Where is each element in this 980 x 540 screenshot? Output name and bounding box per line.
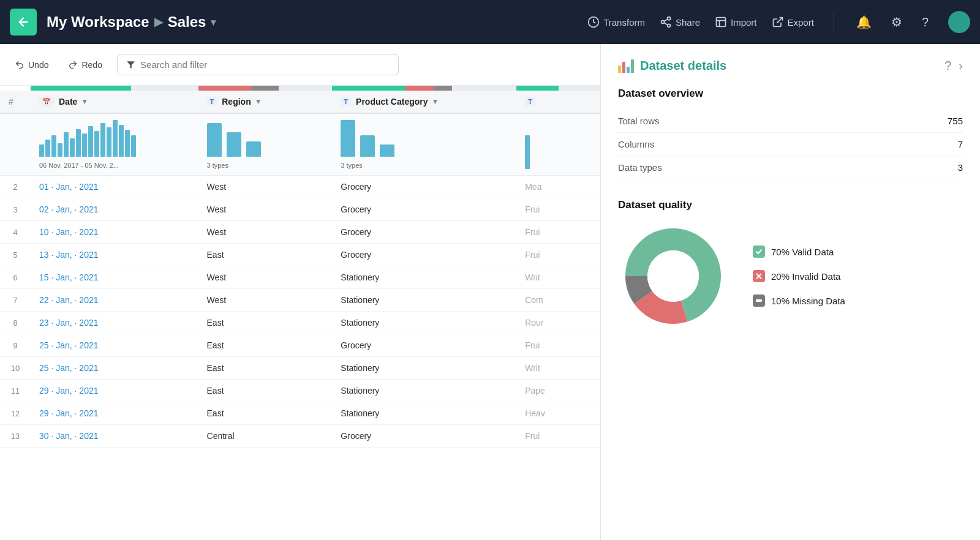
- undo-button[interactable]: Undo: [10, 56, 53, 73]
- region-sort-icon[interactable]: ▼: [255, 97, 262, 106]
- row-num: 13: [0, 425, 31, 448]
- row-num: 4: [0, 221, 31, 244]
- table-row[interactable]: 4 10 · Jan, · 2021 West Grocery Frui: [0, 221, 600, 244]
- row-extra: Com: [516, 289, 600, 312]
- row-region: West: [198, 221, 333, 244]
- col-date-header[interactable]: 📅 Date ▼: [31, 91, 198, 113]
- details-expand-icon[interactable]: ›: [959, 59, 963, 73]
- details-help-icon[interactable]: ?: [944, 59, 951, 73]
- table-row[interactable]: 10 25 · Jan, · 2021 East Stationery Writ: [0, 357, 600, 380]
- row-date: 22 · Jan, · 2021: [31, 289, 198, 312]
- row-date: 25 · Jan, · 2021: [31, 334, 198, 357]
- svg-point-1: [667, 17, 670, 20]
- row-category: Stationery: [332, 312, 516, 334]
- overview-row: Data types3: [618, 156, 963, 179]
- table-row[interactable]: 8 23 · Jan, · 2021 East Stationery Rour: [0, 312, 600, 334]
- share-button[interactable]: Share: [660, 16, 700, 28]
- col-region-header[interactable]: T Region ▼: [198, 91, 333, 113]
- svg-rect-15: [756, 299, 762, 302]
- row-date: 29 · Jan, · 2021: [31, 402, 198, 425]
- table-row[interactable]: 13 30 · Jan, · 2021 Central Grocery Frui: [0, 425, 600, 448]
- row-category: Stationery: [332, 266, 516, 289]
- svg-point-12: [647, 250, 699, 302]
- bar-region: [198, 86, 333, 91]
- page-name[interactable]: Sales: [168, 13, 206, 31]
- quality-legend: 70% Valid Data 20% Invalid Data 10% Miss…: [753, 246, 845, 307]
- table-row[interactable]: 11 29 · Jan, · 2021 East Stationery Pape: [0, 380, 600, 402]
- table-row[interactable]: 6 15 · Jan, · 2021 West Stationery Writ: [0, 266, 600, 289]
- stat-value: 7: [873, 133, 963, 156]
- search-input[interactable]: [140, 59, 390, 70]
- page-dropdown-icon[interactable]: ▾: [211, 17, 216, 28]
- legend-missing: 10% Missing Data: [753, 294, 845, 307]
- invalid-swatch: [753, 270, 765, 282]
- avatar[interactable]: [948, 11, 970, 33]
- chart-category-cell: 3 types: [332, 113, 516, 176]
- redo-button[interactable]: Redo: [63, 56, 107, 73]
- extra-mini-chart: [525, 132, 530, 169]
- notifications-icon[interactable]: 🔔: [854, 12, 874, 32]
- transform-button[interactable]: Transform: [587, 16, 645, 28]
- valid-label: 70% Valid Data: [771, 247, 834, 257]
- row-extra: Frui: [516, 221, 600, 244]
- row-region: East: [198, 312, 333, 334]
- row-category: Grocery: [332, 221, 516, 244]
- table-row[interactable]: 12 29 · Jan, · 2021 East Stationery Heav: [0, 402, 600, 425]
- chart-num-cell: [0, 113, 31, 176]
- region-mini-chart: [207, 120, 261, 157]
- date-type-badge: 📅: [39, 97, 54, 107]
- row-category: Grocery: [332, 198, 516, 221]
- row-date: 10 · Jan, · 2021: [31, 221, 198, 244]
- date-chart-label: 06 Nov, 2017 - 05 Nov, 2...: [39, 162, 119, 169]
- svg-line-7: [777, 18, 782, 23]
- row-extra: Writ: [516, 357, 600, 380]
- export-button[interactable]: Export: [772, 16, 814, 28]
- details-title: Dataset details: [640, 59, 726, 73]
- row-extra: Mea: [516, 176, 600, 198]
- row-region: East: [198, 334, 333, 357]
- row-extra: Pape: [516, 380, 600, 402]
- missing-swatch: [753, 294, 765, 307]
- table-row[interactable]: 9 25 · Jan, · 2021 East Grocery Frui: [0, 334, 600, 357]
- bar-num: [0, 86, 31, 91]
- row-num: 11: [0, 380, 31, 402]
- details-chart-icon: [618, 59, 634, 73]
- table-row[interactable]: 2 01 · Jan, · 2021 West Grocery Mea: [0, 176, 600, 198]
- date-sort-icon[interactable]: ▼: [81, 97, 88, 106]
- toolbar: Undo Redo: [0, 44, 600, 86]
- region-type-badge: T: [207, 97, 217, 106]
- row-region: East: [198, 357, 333, 380]
- filter-icon: [126, 60, 135, 70]
- data-table: # 📅 Date ▼ T Region: [0, 86, 600, 448]
- table-body: 2 01 · Jan, · 2021 West Grocery Mea 3 02…: [0, 176, 600, 448]
- row-extra: Frui: [516, 244, 600, 266]
- back-button[interactable]: [10, 9, 37, 36]
- search-box[interactable]: [117, 54, 399, 75]
- header-divider: [834, 11, 834, 33]
- region-chart-label: 3 types: [207, 162, 228, 169]
- legend-invalid: 20% Invalid Data: [753, 270, 845, 282]
- row-num: 7: [0, 289, 31, 312]
- row-region: Central: [198, 425, 333, 448]
- table-row[interactable]: 7 22 · Jan, · 2021 West Stationery Com: [0, 289, 600, 312]
- category-sort-icon[interactable]: ▼: [432, 97, 439, 106]
- import-button[interactable]: Import: [715, 16, 757, 28]
- table-row[interactable]: 5 13 · Jan, · 2021 East Grocery Frui: [0, 244, 600, 266]
- settings-icon[interactable]: ⚙: [889, 12, 905, 32]
- row-extra: Heav: [516, 402, 600, 425]
- col-extra-header[interactable]: T: [516, 91, 600, 113]
- table-row[interactable]: 3 02 · Jan, · 2021 West Grocery Frui: [0, 198, 600, 221]
- breadcrumb-arrow: ▶: [154, 15, 163, 29]
- row-num: 2: [0, 176, 31, 198]
- details-title-row: Dataset details: [618, 59, 726, 73]
- stat-label: Columns: [618, 133, 873, 156]
- help-icon[interactable]: ?: [919, 13, 931, 32]
- bar-extra: [516, 86, 600, 91]
- details-header: Dataset details ? ›: [618, 59, 963, 73]
- workspace-name[interactable]: My Workspace: [47, 13, 149, 31]
- bar-date: [31, 86, 198, 91]
- row-category: Stationery: [332, 380, 516, 402]
- details-panel: Dataset details ? › Dataset overview Tot…: [600, 44, 980, 540]
- data-panel: Undo Redo: [0, 44, 600, 540]
- col-category-header[interactable]: T Product Category ▼: [332, 91, 516, 113]
